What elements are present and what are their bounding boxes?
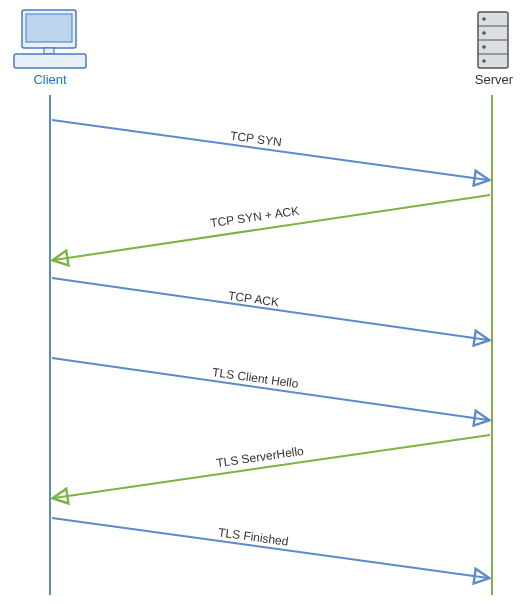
- arrow-tcp-syn-ack: [54, 195, 490, 260]
- server-icon: [478, 12, 508, 68]
- arrow-tls-server-hello: [54, 435, 490, 498]
- client-icon: [14, 10, 86, 68]
- svg-point-9: [482, 31, 486, 35]
- svg-point-8: [482, 17, 486, 21]
- svg-point-10: [482, 45, 486, 49]
- arrow-tls-finished: [52, 518, 488, 578]
- arrow-tcp-syn: [52, 120, 488, 180]
- svg-rect-1: [26, 14, 72, 42]
- client-label: Client: [30, 72, 70, 87]
- svg-rect-2: [44, 48, 54, 54]
- arrow-tls-client-hello: [52, 358, 488, 420]
- svg-rect-3: [14, 54, 86, 68]
- sequence-diagram: Client Server TCP SYN TCP SYN + ACK TCP …: [0, 0, 531, 604]
- svg-point-11: [482, 59, 486, 63]
- server-label: Server: [472, 72, 516, 87]
- arrow-tcp-ack: [52, 278, 488, 340]
